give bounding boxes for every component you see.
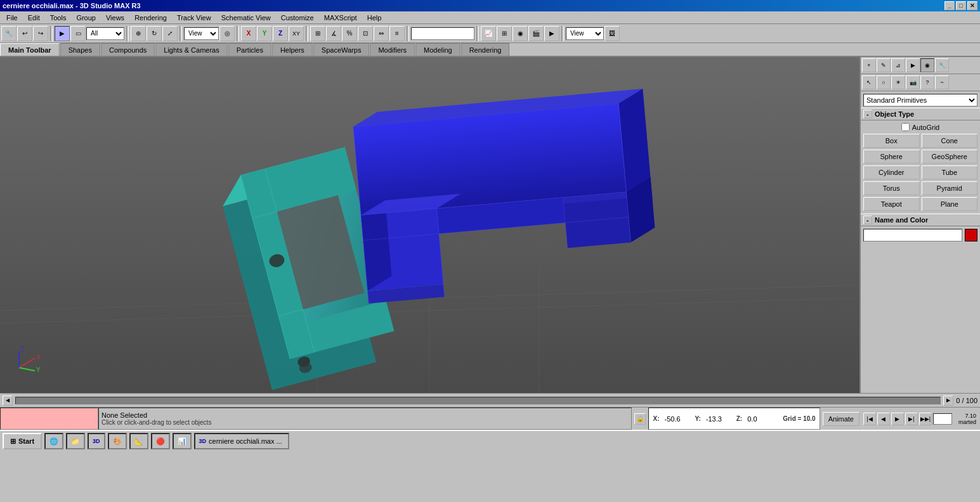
taskbar-3dsmax[interactable]: 3D (88, 433, 105, 449)
primitive-type-dropdown-container[interactable]: Standard Primitives Extended Primitives … (863, 94, 977, 106)
play-btn[interactable]: ▶ (891, 413, 904, 425)
select-filter-dropdown[interactable]: All (86, 27, 124, 40)
tab-rendering[interactable]: Rendering (461, 43, 510, 56)
timeline-prev-btn[interactable]: ◀ (3, 396, 13, 406)
menu-tools[interactable]: Tools (45, 13, 72, 23)
prev-frame-btn[interactable]: ◀ (877, 413, 890, 425)
goto-end-btn[interactable]: ▶▶| (919, 413, 932, 425)
sphere-button[interactable]: Sphere (863, 150, 920, 164)
undo-btn[interactable]: ↩ (17, 26, 32, 41)
helper-icon[interactable]: ? (920, 75, 934, 89)
tab-lights-cameras[interactable]: Lights & Cameras (155, 43, 227, 56)
plane-button[interactable]: Plane (922, 197, 978, 211)
scale-btn[interactable]: ⤢ (162, 26, 178, 41)
pivot-btn[interactable]: ◎ (219, 26, 235, 41)
window-controls[interactable]: _ □ ✕ (944, 1, 977, 10)
primitive-type-select[interactable]: Standard Primitives Extended Primitives … (863, 94, 977, 106)
close-button[interactable]: ✕ (967, 1, 977, 10)
motion-icon[interactable]: ▶ (906, 58, 920, 72)
tab-main-toolbar[interactable]: Main Toolbar (0, 43, 60, 56)
menu-trackview[interactable]: Track View (172, 13, 216, 23)
percent-snap[interactable]: % (342, 26, 357, 41)
x-axis[interactable]: X (241, 26, 256, 41)
minimize-button[interactable]: _ (944, 1, 955, 10)
snap-toggle[interactable]: ⊞ (310, 26, 325, 41)
region-select-btn[interactable]: ▭ (70, 26, 86, 41)
torus-button[interactable]: Torus (863, 181, 920, 195)
modify-icon[interactable]: ✎ (877, 58, 891, 72)
xy-axis[interactable]: XY (289, 26, 304, 41)
select-btn[interactable]: ▶ (55, 26, 70, 41)
named-sel-input[interactable] (411, 27, 474, 40)
angle-snap[interactable]: ∡ (326, 26, 341, 41)
display-icon[interactable]: ◉ (920, 58, 934, 72)
menu-rendering[interactable]: Rendering (129, 13, 172, 23)
lock-icon[interactable]: 🔒 (634, 413, 646, 425)
menu-maxscript[interactable]: MAXScript (319, 13, 362, 23)
teapot-button[interactable]: Teapot (863, 197, 920, 211)
next-frame-btn[interactable]: ▶| (905, 413, 918, 425)
cone-button[interactable]: Cone (922, 134, 978, 148)
camera-icon[interactable]: 📷 (906, 75, 920, 89)
new-btn[interactable]: 🔧 (1, 26, 16, 41)
timeline-next-btn[interactable]: ▶ (943, 396, 953, 406)
reference-coord-dropdown[interactable]: View (184, 27, 219, 40)
geosphere-button[interactable]: GeoSphere (922, 150, 978, 164)
color-swatch[interactable] (965, 229, 977, 241)
menu-help[interactable]: Help (362, 13, 387, 23)
taskbar-item-7[interactable]: 📊 (173, 433, 192, 449)
hierarchy-icon[interactable]: ⊿ (891, 58, 905, 72)
shape-icon[interactable]: ○ (877, 75, 891, 89)
tab-helpers[interactable]: Helpers (272, 43, 313, 56)
menu-edit[interactable]: Edit (23, 13, 45, 23)
pyramid-button[interactable]: Pyramid (922, 181, 978, 195)
render-type-dropdown[interactable]: View (566, 27, 604, 40)
y-axis[interactable]: Y (257, 26, 272, 41)
taskbar-item-6[interactable]: 🔴 (151, 433, 170, 449)
frame-input[interactable]: 0 (933, 413, 952, 425)
material-editor-btn[interactable]: ◉ (513, 26, 528, 41)
tab-compounds[interactable]: Compounds (101, 43, 155, 56)
tab-particles[interactable]: Particles (228, 43, 271, 56)
taskbar-active-window[interactable]: 3D cerniere occhiali.max ... (194, 433, 289, 449)
timeline-track[interactable] (15, 397, 941, 404)
spinner-snap[interactable]: ⊡ (358, 26, 373, 41)
name-color-collapse[interactable]: - (863, 216, 872, 224)
mirror-btn[interactable]: ⇔ (374, 26, 389, 41)
animate-button[interactable]: Animate (823, 412, 859, 426)
autogrid-checkbox[interactable] (901, 123, 910, 131)
schematic-btn[interactable]: ⊞ (497, 26, 512, 41)
rotate-btn[interactable]: ↻ (147, 26, 162, 41)
tab-modeling[interactable]: Modeling (415, 43, 461, 56)
cursor-icon[interactable]: ↖ (862, 75, 876, 89)
box-button[interactable]: Box (863, 134, 920, 148)
spacewarp-icon[interactable]: ~ (935, 75, 949, 89)
taskbar-item-4[interactable]: 🎨 (108, 433, 127, 449)
menu-group[interactable]: Group (71, 13, 101, 23)
menu-file[interactable]: File (1, 13, 23, 23)
menu-customize[interactable]: Customize (276, 13, 319, 23)
menu-schematic[interactable]: Schematic View (216, 13, 276, 23)
track-view-btn[interactable]: 📈 (481, 26, 496, 41)
menu-views[interactable]: Views (101, 13, 129, 23)
taskbar-folder[interactable]: 📁 (66, 433, 85, 449)
render-last-btn[interactable]: 🖼 (604, 26, 620, 41)
create-icon[interactable]: + (862, 58, 876, 72)
taskbar-firefox[interactable]: 🌐 (44, 433, 63, 449)
tab-modifiers[interactable]: Modifiers (370, 43, 415, 56)
start-button[interactable]: ⊞ Start (3, 433, 42, 449)
z-axis[interactable]: Z (273, 26, 288, 41)
tab-spacewarps[interactable]: SpaceWarps (313, 43, 370, 56)
cylinder-button[interactable]: Cylinder (863, 165, 920, 179)
render-scene-btn[interactable]: 🎬 (528, 26, 544, 41)
tab-shapes[interactable]: Shapes (60, 43, 100, 56)
object-name-input[interactable] (863, 229, 962, 241)
align-btn[interactable]: ≡ (389, 26, 405, 41)
taskbar-item-5[interactable]: 📐 (129, 433, 148, 449)
utility-icon[interactable]: 🔧 (935, 58, 949, 72)
object-type-collapse[interactable]: - (863, 110, 872, 119)
move-btn[interactable]: ⊕ (131, 26, 146, 41)
light-icon[interactable]: ☀ (891, 75, 905, 89)
redo-btn[interactable]: ↪ (33, 26, 48, 41)
goto-start-btn[interactable]: |◀ (863, 413, 876, 425)
